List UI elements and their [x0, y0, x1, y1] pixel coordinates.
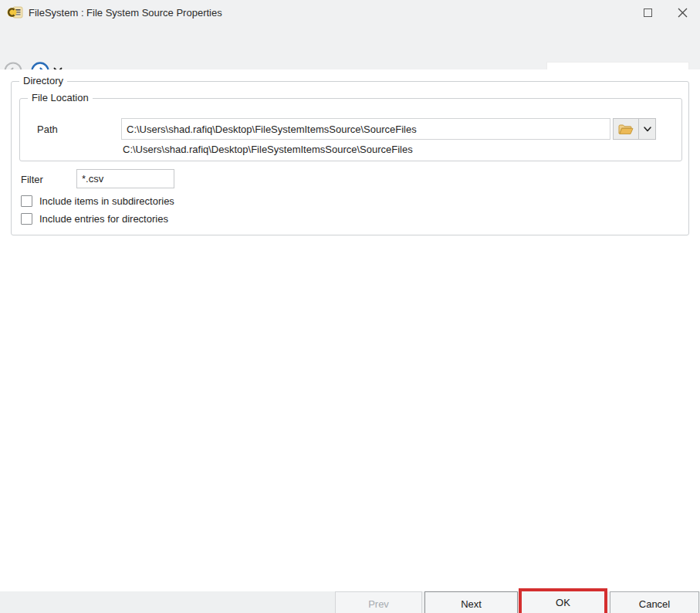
chevron-down-icon: [644, 127, 651, 132]
file-location-group: File Location Path: [19, 98, 682, 161]
path-input[interactable]: [121, 118, 610, 140]
include-directory-entries-row: Include entries for directories: [21, 213, 168, 225]
maximize-icon: [644, 8, 652, 17]
include-subdirectories-label: Include items in subdirectories: [39, 195, 174, 207]
cancel-button[interactable]: Cancel: [610, 591, 699, 613]
directory-group: Directory File Location Path: [11, 81, 689, 235]
app-icon: [7, 5, 24, 19]
include-subdirectories-row: Include items in subdirectories: [21, 195, 174, 207]
include-directory-entries-checkbox[interactable]: [21, 213, 32, 225]
folder-icon: [618, 124, 634, 135]
filter-input[interactable]: [76, 169, 174, 188]
filter-label: Filter: [21, 174, 43, 185]
next-button[interactable]: Next: [424, 591, 518, 613]
maximize-button[interactable]: [631, 0, 665, 25]
prev-button[interactable]: Prev: [335, 591, 422, 613]
window-controls: [631, 0, 700, 25]
directory-group-label: Directory: [19, 75, 67, 87]
window-title: FileSystem : File System Source Properti…: [29, 7, 222, 19]
close-button[interactable]: [665, 0, 700, 25]
path-dropdown-button[interactable]: [639, 118, 656, 140]
ok-highlight-annotation: OK: [519, 588, 607, 613]
include-directory-entries-label: Include entries for directories: [39, 213, 168, 225]
file-system-source-properties-dialog: FileSystem : File System Source Properti…: [0, 0, 700, 613]
dialog-content: Directory File Location Path: [0, 69, 700, 591]
toolbar: Editing: FileSystem: [0, 25, 700, 69]
path-label: Path: [37, 124, 58, 135]
include-subdirectories-checkbox[interactable]: [21, 195, 32, 207]
footer-button-bar: Prev Next OK Cancel: [0, 591, 700, 613]
ok-button[interactable]: OK: [522, 591, 604, 613]
file-location-group-label: File Location: [28, 92, 93, 104]
close-icon: [678, 8, 688, 18]
browse-folder-button[interactable]: [613, 118, 639, 140]
path-browse-split-button: [613, 118, 656, 140]
titlebar: FileSystem : File System Source Properti…: [0, 0, 700, 25]
path-display-text: C:\Users\shad.rafiq\Desktop\FileSystemIt…: [123, 144, 413, 155]
